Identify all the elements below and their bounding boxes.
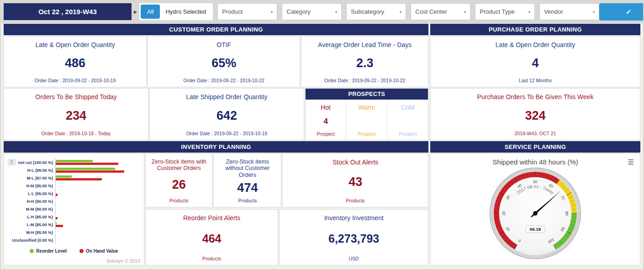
kpi-average-order-lead-time[interactable]: Average Order Lead Time - Days 2.3 Order… [301, 36, 428, 87]
bar-track [55, 236, 144, 244]
bar-track [55, 213, 144, 221]
filter-cost-center[interactable]: Cost Center ▾ [411, 3, 470, 20]
svg-text:66.18: 66.18 [530, 227, 541, 232]
legend-item[interactable]: Reorder Level [30, 249, 67, 254]
scope-toggle: All Hydro Selected [139, 3, 213, 20]
prospect-cold[interactable]: Cold Prospect [387, 100, 428, 140]
kpi-late-shipped-order-quantity[interactable]: Late Shipped Order Quantity 642 Order Da… [149, 88, 304, 140]
kpi-value: 234 [66, 109, 86, 123]
bar-track [55, 174, 144, 182]
category-label: L-M (85.00 %) [4, 222, 55, 227]
kpi-footer: USD [349, 256, 359, 261]
svg-text:50: 50 [533, 180, 538, 184]
scope-all-button[interactable]: All [141, 5, 160, 19]
kpi-otif[interactable]: OTIF 65% Order Date : 2019-09-22 - 2019-… [148, 36, 300, 87]
prospect-warm[interactable]: Warm Prospect [346, 100, 387, 140]
solvoyo-watermark: Solvoyo © 2019 [106, 258, 140, 264]
bar-chart-row: H-M (95.00 %) [4, 182, 144, 190]
filter-category[interactable]: Category ▾ [282, 3, 342, 20]
customer-kpi-row-2: Orders To Be Shipped Today 234 Order Dat… [4, 88, 428, 140]
kpi-footer: Products [238, 198, 257, 203]
bar-track [55, 228, 144, 236]
filter-subcategory[interactable]: Subcategory ▾ [346, 3, 406, 20]
bar-track [55, 159, 144, 166]
dashboard-page: Oct 22 , 2019-W43 ▶ All Hydro Selected P… [0, 0, 644, 270]
legend-item[interactable]: On Hand Value [79, 249, 118, 254]
prospects-body: Hot 4 Prospect Warm Prospect Cold [306, 100, 428, 140]
kpi-title: Late & Open Order Quantity [496, 41, 575, 48]
filter-product[interactable]: Product ▾ [217, 3, 277, 20]
filter-subcategory-label: Subcategory [351, 8, 384, 15]
prospect-footer: Prospect [317, 132, 334, 137]
kpi-purchase-orders-this-week[interactable]: Purchase Orders To Be Given This Week 32… [430, 88, 640, 140]
left-column: CUSTOMER ORDER PLANNING Late & Open Orde… [4, 24, 428, 265]
svg-text:20: 20 [501, 211, 506, 216]
bar-on-hand-value [56, 163, 118, 165]
kpi-footer: 2019-W43, OCT 21 [515, 131, 556, 136]
kpi-purchase-late-open-quantity[interactable]: Late & Open Order Quantity 4 Last 12 Mon… [430, 36, 640, 87]
kpi-title: OTIF [216, 41, 231, 48]
inventory-bar-chart: not cut (100.00 %)H-L (99.00 %)M-L (97.0… [4, 159, 144, 244]
kpi-reorder-point-alerts[interactable]: Reorder Point Alerts 464 Products [145, 209, 278, 265]
legend-label: On Hand Value [86, 249, 118, 254]
bar-chart-row: M-M (90.00 %) [4, 205, 144, 213]
bar-on-hand-value [56, 178, 102, 180]
kpi-zero-stock-with-orders[interactable]: Zero-Stock items with Customer Orders 26… [145, 154, 212, 207]
kpi-title: Zero-Stock items with Customer Orders [148, 159, 209, 172]
section-customer-order-planning: CUSTOMER ORDER PLANNING [4, 24, 428, 35]
filter-product-type[interactable]: Product Type ▾ [475, 3, 535, 20]
prospect-label: Cold [401, 104, 414, 111]
kpi-value: 474 [237, 181, 258, 195]
kpi-title: Late & Open Order Quantity [35, 41, 115, 48]
section-service-planning: SERVICE PLANNING [430, 141, 640, 153]
bar-chart-row: L-H (85.00 %) [4, 213, 144, 221]
bar-on-hand-value [56, 194, 58, 196]
filter-vendor[interactable]: Vendor ▾ [539, 3, 599, 20]
bar-reorder-level [56, 175, 72, 178]
kpi-footer: Products [169, 198, 188, 203]
prospect-hot[interactable]: Hot 4 Prospect [306, 100, 346, 140]
bar-track [55, 182, 144, 190]
category-label: H-L (99.00 %) [4, 168, 55, 173]
apply-filters-button[interactable]: ✓ [599, 3, 644, 21]
right-column: PURCHASE ORDER PLANNING Late & Open Orde… [430, 24, 640, 265]
kpi-footer: Products [346, 198, 364, 203]
customer-kpi-row-1: Late & Open Order Quantity 486 Order Dat… [4, 36, 428, 87]
kpi-value: 65% [211, 56, 236, 70]
bar-reorder-level [56, 160, 93, 162]
kpi-value: 486 [65, 56, 85, 70]
bar-reorder-level [56, 168, 115, 170]
kpi-inventory-investment[interactable]: Inventory Investment 6,273,793 USD [279, 209, 428, 265]
kpi-late-open-order-quantity[interactable]: Late & Open Order Quantity 486 Order Dat… [4, 36, 147, 87]
kpi-orders-to-be-shipped-today[interactable]: Orders To Be Shipped Today 234 Order Dat… [4, 88, 148, 140]
kpi-value: 26 [172, 178, 186, 192]
kpi-footer: Products [202, 256, 221, 261]
kpi-value: 642 [216, 109, 237, 123]
expand-arrow-icon[interactable]: ▶ [132, 10, 139, 14]
kpi-stock-out-alerts[interactable]: Stock Out Alerts 43 Products [282, 154, 428, 207]
bar-chart-row: H-L (99.00 %) [4, 166, 144, 174]
bar-track [55, 166, 144, 174]
service-gauge-chart: 01020304050607080901002017-08-01 - Today… [488, 166, 583, 261]
category-label: L-H (85.00 %) [4, 215, 55, 219]
kpi-footer: Order Date : 2019-09-22 - 2019-10-22 [324, 78, 405, 83]
bar-track [55, 221, 144, 228]
service-gauge-panel: Shipped within 48 hours (%) ☰ 0102030405… [430, 154, 640, 265]
inventory-kpi-row-1: Zero-Stock items with Customer Orders 26… [145, 154, 428, 207]
kpi-zero-stock-without-orders[interactable]: Zero-Stock items without Customer Orders… [213, 154, 281, 207]
kpi-title: Orders To Be Shipped Today [35, 93, 117, 101]
inventory-chart-panel: ☰ not cut (100.00 %)H-L (99.00 %)M-L (97… [4, 154, 144, 265]
prospect-footer: Prospect [399, 132, 417, 137]
gauge-wrap: 01020304050607080901002017-08-01 - Today… [431, 166, 640, 261]
kpi-title: Stock Out Alerts [333, 159, 378, 166]
kpi-value: 43 [348, 175, 362, 189]
prospect-value: 4 [323, 117, 327, 126]
chart-menu-icon[interactable]: ☰ [628, 158, 634, 166]
scope-selected-label[interactable]: Hydro Selected [160, 8, 211, 15]
date-selector[interactable]: Oct 22 , 2019-W43 [4, 3, 132, 20]
category-label: M-L (97.00 %) [4, 176, 55, 180]
bar-reorder-level [56, 222, 57, 224]
section-inventory-planning: INVENTORY PLANNING [4, 141, 428, 153]
chart-menu-icon[interactable]: ☰ [8, 159, 16, 165]
chevron-down-icon: ▾ [271, 10, 273, 14]
